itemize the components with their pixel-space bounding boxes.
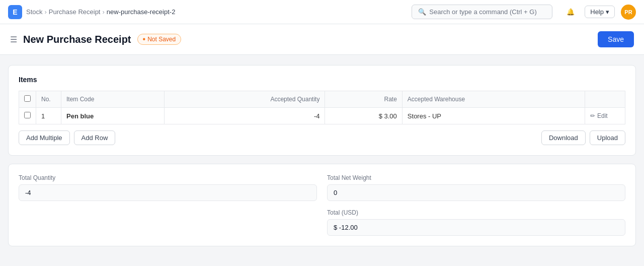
main-content: Items No. Item Code Accepted Quantity Ra… [0, 55, 644, 256]
total-net-weight-value: 0 [327, 184, 625, 201]
pencil-icon: ✏ [590, 112, 595, 119]
chevron-down-icon: ▾ [606, 8, 609, 16]
col-header-accepted-qty: Accepted Quantity [164, 91, 325, 108]
edit-row-button[interactable]: ✏ Edit [590, 112, 608, 119]
select-all-checkbox[interactable] [24, 95, 31, 102]
total-usd-label: Total (USD) [327, 209, 625, 216]
app-logo: E [8, 5, 22, 19]
row-warehouse: Stores - UP [402, 108, 585, 124]
save-button[interactable]: Save [598, 31, 634, 47]
total-net-weight-field: Total Net Weight 0 [327, 174, 625, 201]
upload-button[interactable]: Upload [590, 130, 625, 145]
help-label: Help [590, 8, 604, 16]
page-title: New Purchase Receipt [23, 34, 131, 45]
table-footer-right: Download Upload [541, 130, 625, 145]
col-header-actions [585, 91, 625, 108]
avatar: PR [621, 5, 636, 20]
row-rate: $ 3.00 [325, 108, 402, 124]
topbar: E Stock › Purchase Receipt › new-purchas… [0, 0, 644, 24]
not-saved-dot: • [143, 35, 146, 43]
items-table: No. Item Code Accepted Quantity Rate Acc… [19, 91, 625, 124]
breadcrumb-sep-2: › [102, 8, 104, 16]
col-header-item-code: Item Code [61, 91, 165, 108]
total-usd-field: Total (USD) $ -12.00 [327, 209, 625, 236]
not-saved-badge: • Not Saved [137, 34, 182, 45]
table-row: 1 Pen blue -4 $ 3.00 Stores - UP ✏ Edit [19, 108, 625, 124]
total-usd-value: $ -12.00 [327, 219, 625, 236]
row-checkbox[interactable] [24, 112, 31, 118]
col-header-checkbox [19, 91, 36, 108]
row-checkbox-cell [19, 108, 36, 124]
summary-left: Total Quantity -4 [19, 174, 317, 236]
topbar-actions: 🔔 Help ▾ PR [562, 4, 636, 20]
row-action-cell: ✏ Edit [585, 108, 625, 124]
total-quantity-field: Total Quantity -4 [19, 174, 317, 201]
items-card: Items No. Item Code Accepted Quantity Ra… [8, 65, 636, 156]
page-header: ☰ New Purchase Receipt • Not Saved Save [0, 24, 644, 55]
summary-card: Total Quantity -4 Total Net Weight 0 Tot… [8, 164, 636, 246]
col-header-warehouse: Accepted Warehouse [402, 91, 585, 108]
table-footer: Add Multiple Add Row Download Upload [19, 130, 625, 145]
total-quantity-label: Total Quantity [19, 174, 317, 181]
total-quantity-value: -4 [19, 184, 317, 201]
total-net-weight-label: Total Net Weight [327, 174, 625, 181]
edit-label: Edit [597, 112, 608, 119]
add-row-button[interactable]: Add Row [74, 130, 116, 145]
row-no: 1 [36, 108, 61, 124]
row-item-code: Pen blue [61, 108, 165, 124]
items-card-title: Items [19, 76, 625, 84]
breadcrumb-current: new-purchase-receipt-2 [107, 8, 176, 16]
hamburger-icon[interactable]: ☰ [10, 35, 17, 44]
search-placeholder: Search or type a command (Ctrl + G) [429, 8, 537, 16]
add-multiple-button[interactable]: Add Multiple [19, 130, 70, 145]
page-header-left: ☰ New Purchase Receipt • Not Saved [10, 34, 181, 45]
col-header-rate: Rate [325, 91, 402, 108]
notification-bell[interactable]: 🔔 [562, 4, 579, 20]
col-header-no: No. [36, 91, 61, 108]
search-icon: 🔍 [418, 8, 426, 16]
summary-grid: Total Quantity -4 Total Net Weight 0 Tot… [19, 174, 625, 236]
search-bar[interactable]: 🔍 Search or type a command (Ctrl + G) [412, 5, 552, 19]
breadcrumb-purchase-receipt[interactable]: Purchase Receipt [49, 8, 101, 16]
row-accepted-qty: -4 [164, 108, 325, 124]
download-button[interactable]: Download [541, 130, 586, 145]
breadcrumb-stock[interactable]: Stock [26, 8, 43, 16]
not-saved-label: Not Saved [147, 36, 176, 43]
breadcrumb-sep-1: › [45, 8, 47, 16]
breadcrumb: Stock › Purchase Receipt › new-purchase-… [26, 8, 175, 16]
summary-right: Total Net Weight 0 Total (USD) $ -12.00 [327, 174, 625, 236]
table-footer-left: Add Multiple Add Row [19, 130, 115, 145]
help-button[interactable]: Help ▾ [585, 6, 615, 18]
